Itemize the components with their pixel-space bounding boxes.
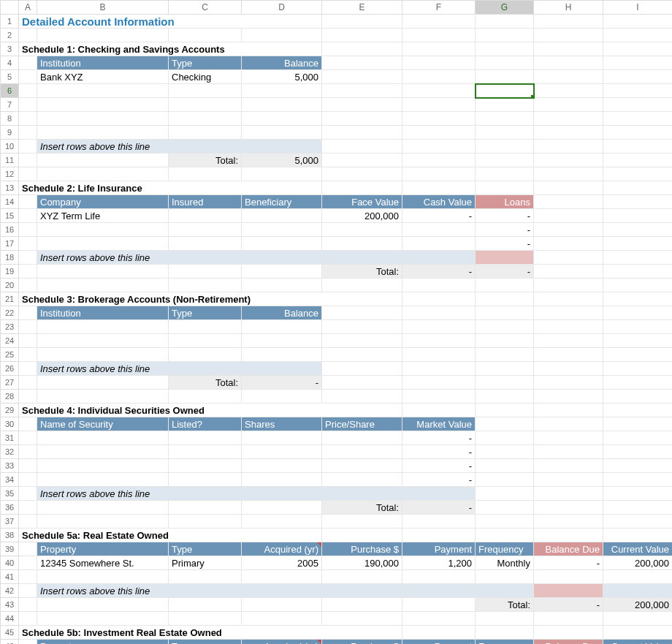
col-E[interactable]: E	[322, 1, 402, 15]
col-header: Frequency	[476, 542, 534, 556]
col-header: Face Value	[322, 195, 402, 209]
col-header: Purchase $	[322, 542, 402, 556]
col-I[interactable]: I	[603, 1, 673, 15]
total-label: Total:	[169, 154, 242, 167]
section-heading: Schedule 5b: Investment Real Estate Owne…	[19, 626, 402, 640]
row-header[interactable]: 35	[1, 487, 19, 501]
cell[interactable]: 1,200	[402, 556, 476, 570]
total-value: -	[402, 265, 476, 279]
row-header[interactable]: 9	[1, 126, 19, 140]
grid[interactable]: A B C D E F G H I 1 Detailed Account Inf…	[0, 0, 672, 644]
row-header[interactable]: 13	[1, 181, 19, 195]
cell[interactable]: -	[476, 223, 534, 237]
row-header[interactable]: 34	[1, 473, 19, 487]
section-heading: Schedule 4: Individual Securities Owned	[19, 404, 402, 417]
row-header[interactable]: 5	[1, 70, 19, 84]
cell[interactable]: -	[402, 459, 476, 473]
row-header[interactable]: 20	[1, 279, 19, 292]
row-header[interactable]: 45	[1, 626, 19, 640]
cell[interactable]	[242, 209, 322, 223]
col-header: Payment	[402, 640, 476, 645]
total-label: Total:	[322, 265, 402, 279]
row-header[interactable]: 26	[1, 362, 19, 376]
cell[interactable]: Checking	[169, 70, 242, 84]
cell[interactable]: -	[402, 445, 476, 459]
cell[interactable]: -	[476, 237, 534, 251]
row-header[interactable]: 14	[1, 195, 19, 209]
row-header[interactable]: 43	[1, 598, 19, 612]
row-header[interactable]: 24	[1, 334, 19, 348]
row-header[interactable]: 7	[1, 98, 19, 112]
row-header[interactable]: 36	[1, 501, 19, 515]
col-D[interactable]: D	[242, 1, 322, 15]
select-all-corner[interactable]	[1, 1, 19, 15]
col-A[interactable]: A	[19, 1, 37, 15]
row-header[interactable]: 6	[1, 84, 19, 98]
row-header[interactable]: 44	[1, 612, 19, 626]
row-header[interactable]: 40	[1, 556, 19, 570]
row-header[interactable]: 27	[1, 376, 19, 390]
row-header[interactable]: 16	[1, 223, 19, 237]
cell[interactable]: 190,000	[322, 556, 402, 570]
row-header[interactable]: 15	[1, 209, 19, 223]
row-header[interactable]: 33	[1, 459, 19, 473]
row-header[interactable]: 1	[1, 15, 19, 29]
active-cell[interactable]	[476, 84, 534, 98]
col-header: Property	[37, 640, 169, 645]
col-H[interactable]: H	[534, 1, 603, 15]
cell[interactable]: 12345 Somewhere St.	[37, 556, 169, 570]
row-header[interactable]: 23	[1, 320, 19, 334]
col-G[interactable]: G	[476, 1, 534, 15]
cell[interactable]	[169, 209, 242, 223]
row-header[interactable]: 46	[1, 640, 19, 645]
row-header[interactable]: 19	[1, 265, 19, 279]
section-heading: Schedule 3: Brokerage Accounts (Non-Reti…	[19, 292, 402, 306]
row-header[interactable]: 25	[1, 348, 19, 362]
col-header: Institution	[37, 306, 169, 320]
row-header[interactable]: 8	[1, 112, 19, 126]
col-header: Property	[37, 542, 169, 556]
row-header[interactable]: 42	[1, 584, 19, 598]
col-header: Balance	[242, 56, 322, 70]
row-header[interactable]: 4	[1, 56, 19, 70]
cell[interactable]: -	[402, 431, 476, 445]
cell[interactable]: XYZ Term Life	[37, 209, 169, 223]
row-header[interactable]: 31	[1, 431, 19, 445]
row-header[interactable]: 21	[1, 292, 19, 306]
cell[interactable]: 200,000	[603, 556, 673, 570]
col-B[interactable]: B	[37, 1, 169, 15]
col-C[interactable]: C	[169, 1, 242, 15]
row-header[interactable]: 28	[1, 390, 19, 404]
row-header[interactable]: 30	[1, 417, 19, 431]
row-header[interactable]: 3	[1, 42, 19, 56]
cell[interactable]: -	[476, 209, 534, 223]
col-header: Beneficiary	[242, 195, 322, 209]
row-header[interactable]: 18	[1, 251, 19, 265]
row-header[interactable]: 38	[1, 529, 19, 542]
cell[interactable]: -	[402, 473, 476, 487]
col-header: Name of Security	[37, 417, 169, 431]
row-header[interactable]: 32	[1, 445, 19, 459]
spreadsheet[interactable]: A B C D E F G H I 1 Detailed Account Inf…	[0, 0, 672, 644]
row-header[interactable]: 10	[1, 140, 19, 154]
row-header[interactable]: 39	[1, 542, 19, 556]
cell[interactable]: Primary	[169, 556, 242, 570]
cell[interactable]: 200,000	[322, 209, 402, 223]
cell[interactable]: 5,000	[242, 70, 322, 84]
row-header[interactable]: 22	[1, 306, 19, 320]
row-header[interactable]: 12	[1, 167, 19, 181]
row-header[interactable]: 29	[1, 404, 19, 417]
cell[interactable]: -	[402, 209, 476, 223]
row-header[interactable]: 11	[1, 154, 19, 167]
cell[interactable]: Bank XYZ	[37, 70, 169, 84]
cell[interactable]: Monthly	[476, 556, 534, 570]
row-header[interactable]: 41	[1, 570, 19, 584]
row-header[interactable]: 2	[1, 29, 19, 42]
col-header: Acquired (yr)	[242, 542, 322, 556]
cell[interactable]: -	[534, 556, 603, 570]
row-header[interactable]: 37	[1, 515, 19, 529]
section-heading: Schedule 2: Life Insurance	[19, 181, 322, 195]
cell[interactable]: 2005	[242, 556, 322, 570]
col-F[interactable]: F	[402, 1, 476, 15]
row-header[interactable]: 17	[1, 237, 19, 251]
